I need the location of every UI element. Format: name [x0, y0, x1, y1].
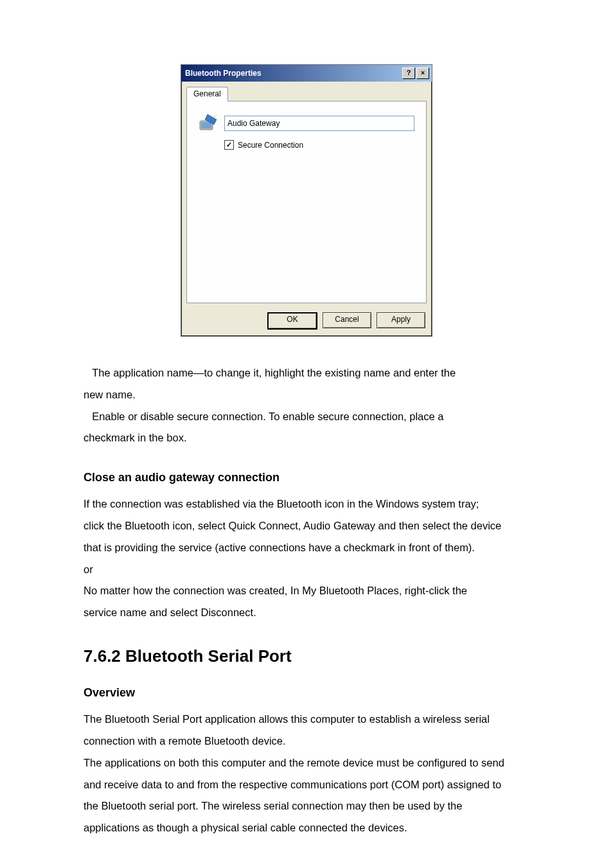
bullet-appname-line2: new name. [84, 384, 529, 406]
bullet-icon [84, 362, 89, 384]
ok-button[interactable]: OK [267, 312, 317, 330]
titlebar[interactable]: Bluetooth Properties ? × [181, 65, 432, 82]
overview-p2: connection with a remote Bluetooth devic… [84, 731, 529, 752]
svg-rect-1 [201, 122, 211, 128]
close-p2: click the Bluetooth icon, select Quick C… [84, 515, 529, 537]
tab-panel-general: ✓ Secure Connection [186, 101, 427, 303]
close-audio-heading: Close an audio gateway connection [84, 466, 529, 490]
close-button[interactable]: × [416, 67, 429, 79]
bullet-appname-line1: The application name—to change it, highl… [84, 362, 529, 384]
titlebar-buttons: ? × [402, 67, 429, 79]
application-name-input[interactable] [224, 116, 414, 131]
secure-connection-row[interactable]: ✓ Secure Connection [224, 140, 414, 150]
button-bar: OK Cancel Apply [181, 307, 432, 336]
bluetooth-properties-dialog: Bluetooth Properties ? × General [181, 64, 432, 337]
overview-p6: applications as though a physical serial… [84, 817, 529, 839]
cancel-button[interactable]: Cancel [323, 312, 371, 328]
bullet-icon [84, 406, 89, 428]
secure-connection-checkbox[interactable]: ✓ [224, 140, 234, 150]
check-mark-icon: ✓ [226, 141, 232, 148]
help-button[interactable]: ? [402, 67, 415, 79]
titlebar-text: Bluetooth Properties [185, 69, 402, 78]
close-p4: or [84, 559, 529, 581]
svg-point-2 [214, 116, 216, 118]
close-p6: service name and select Disconnect. [84, 602, 529, 624]
tab-row: General [186, 87, 427, 102]
overview-heading: Overview [84, 681, 529, 705]
tab-host: General [181, 82, 432, 307]
close-p3: that is providing the service (active co… [84, 537, 529, 559]
svg-point-3 [216, 114, 217, 116]
apply-button[interactable]: Apply [377, 312, 425, 328]
tab-general[interactable]: General [186, 87, 228, 102]
close-p1: If the connection was established via th… [84, 493, 529, 515]
overview-p5: the Bluetooth serial port. The wireless … [84, 795, 529, 817]
close-p5: No matter how the connection was created… [84, 580, 529, 602]
body-content: The application name—to change it, highl… [84, 362, 529, 839]
dialog-wrap: Bluetooth Properties ? × General [84, 64, 529, 337]
overview-p1: The Bluetooth Serial Port application al… [84, 709, 529, 731]
overview-p4: and receive data to and from the respect… [84, 774, 529, 796]
bullet-secure-line2: checkmark in the box. [84, 427, 529, 449]
overview-p3: The applications on both this computer a… [84, 752, 529, 774]
secure-connection-label: Secure Connection [238, 141, 303, 150]
name-row [199, 113, 414, 134]
section-heading-serial-port: 7.6.2 Bluetooth Serial Port [84, 639, 529, 673]
bluetooth-device-icon [199, 113, 219, 134]
bullet-secure-line1: Enable or disable secure connection. To … [84, 406, 529, 428]
